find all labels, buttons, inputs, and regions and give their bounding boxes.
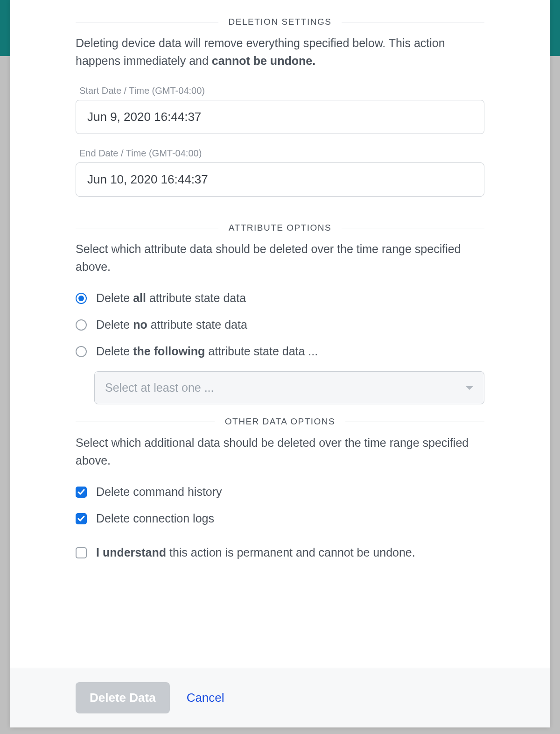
check-icon (77, 488, 85, 496)
section-title: OTHER DATA OPTIONS (225, 416, 335, 427)
delete-data-button[interactable]: Delete Data (76, 682, 170, 713)
checkbox-cmd-history-label: Delete command history (96, 485, 222, 499)
cancel-button[interactable]: Cancel (187, 691, 224, 705)
checkbox-row-confirm[interactable]: I understand this action is permanent an… (76, 546, 484, 559)
end-date-input[interactable] (76, 162, 484, 197)
other-description: Select which additional data should be d… (76, 434, 484, 469)
radio-none-label: Delete no attribute state data (96, 318, 247, 332)
checkbox-row-conn-logs[interactable]: Delete connection logs (76, 512, 484, 525)
radio-all-label: Delete all attribute state data (96, 291, 246, 305)
chevron-down-icon (465, 385, 474, 391)
deletion-description-bold: cannot be undone. (212, 54, 315, 67)
attribute-select[interactable]: Select at least one ... (94, 371, 484, 404)
divider (76, 422, 215, 422)
radio-none[interactable] (76, 319, 87, 331)
divider (76, 228, 218, 228)
divider (342, 228, 484, 228)
modal-footer: Delete Data Cancel (10, 668, 550, 727)
radio-row-none[interactable]: Delete no attribute state data (76, 318, 484, 332)
checkbox-conn-logs[interactable] (76, 513, 87, 524)
section-title: ATTRIBUTE OPTIONS (229, 223, 331, 233)
section-title: DELETION SETTINGS (229, 17, 332, 27)
checkbox-cmd-history[interactable] (76, 487, 87, 498)
radio-all[interactable] (76, 293, 87, 304)
section-header-deletion: DELETION SETTINGS (76, 17, 484, 27)
checkbox-conn-logs-label: Delete connection logs (96, 512, 214, 525)
radio-row-following[interactable]: Delete the following attribute state dat… (76, 345, 484, 358)
deletion-description: Deleting device data will remove everyth… (76, 35, 484, 70)
start-date-label: Start Date / Time (GMT-04:00) (79, 85, 484, 96)
divider (345, 422, 484, 422)
section-header-other: OTHER DATA OPTIONS (76, 416, 484, 427)
check-icon (77, 515, 85, 522)
divider (342, 22, 484, 22)
end-date-label: End Date / Time (GMT-04:00) (79, 148, 484, 159)
confirm-label: I understand this action is permanent an… (96, 546, 415, 559)
checkbox-row-cmd-history[interactable]: Delete command history (76, 485, 484, 499)
divider (76, 22, 218, 22)
radio-row-all[interactable]: Delete all attribute state data (76, 291, 484, 305)
section-header-attribute: ATTRIBUTE OPTIONS (76, 223, 484, 233)
radio-following[interactable] (76, 346, 87, 357)
modal-overlay: DELETION SETTINGS Deleting device data w… (0, 0, 560, 734)
attribute-select-placeholder: Select at least one ... (105, 381, 214, 395)
start-date-input[interactable] (76, 100, 484, 134)
attribute-description: Select which attribute data should be de… (76, 240, 484, 275)
delete-data-modal: DELETION SETTINGS Deleting device data w… (10, 0, 550, 727)
radio-following-label: Delete the following attribute state dat… (96, 345, 318, 358)
checkbox-confirm[interactable] (76, 547, 87, 558)
modal-body: DELETION SETTINGS Deleting device data w… (10, 0, 550, 668)
